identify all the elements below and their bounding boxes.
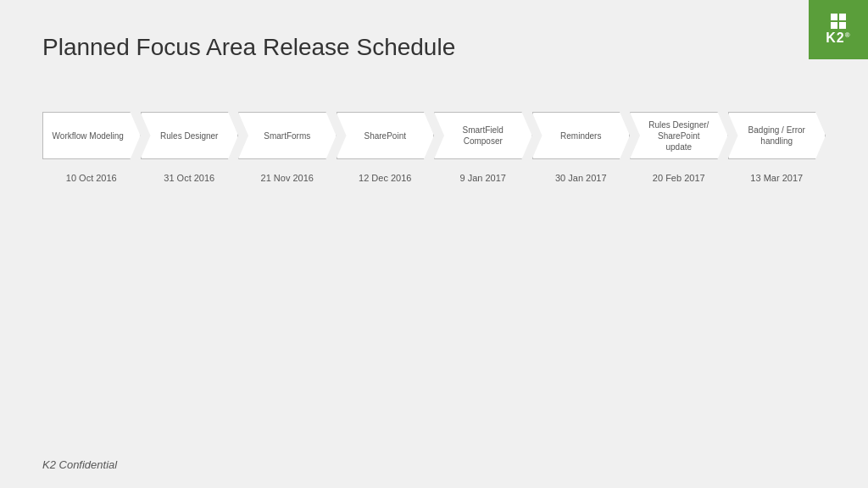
chevron-label: SmartForms	[238, 112, 337, 159]
arrows-row: Workflow ModelingRules DesignerSmartForm…	[42, 112, 826, 159]
chevron-label: Workflow Modeling	[42, 112, 141, 159]
slide: K2® Planned Focus Area Release Schedule …	[0, 0, 868, 488]
timeline-item: Rules Designer/ SharePoint update	[630, 112, 728, 159]
chevron-label: Reminders	[532, 112, 631, 159]
timeline-date: 10 Oct 2016	[42, 169, 141, 183]
logo-inner: K2®	[826, 14, 850, 46]
chevron-label: SmartField Composer	[434, 112, 532, 159]
chevron-label: SharePoint	[337, 112, 435, 159]
logo-text: K2®	[826, 30, 850, 46]
timeline-date: 30 Jan 2017	[532, 169, 631, 183]
timeline-item: Reminders	[532, 112, 631, 159]
timeline-date: 9 Jan 2017	[434, 169, 532, 183]
timeline-item: Rules Designer	[141, 112, 239, 159]
chevron-label: Badging / Error handling	[728, 112, 826, 159]
dates-row: 10 Oct 201631 Oct 201621 Nov 201612 Dec …	[42, 169, 826, 183]
confidential-label: K2 Confidential	[42, 458, 117, 471]
timeline-item: SharePoint	[337, 112, 435, 159]
timeline-date: 12 Dec 2016	[337, 169, 435, 183]
logo-box: K2®	[809, 0, 868, 59]
page-title: Planned Focus Area Release Schedule	[42, 34, 826, 61]
timeline-item: Badging / Error handling	[728, 112, 826, 159]
logo-grid-icon	[831, 14, 846, 29]
timeline-date: 20 Feb 2017	[630, 169, 728, 183]
timeline-item: SmartForms	[238, 112, 337, 159]
chevron-label: Rules Designer	[141, 112, 239, 159]
timeline-item: Workflow Modeling	[42, 112, 141, 159]
timeline-item: SmartField Composer	[434, 112, 532, 159]
timeline-date: 13 Mar 2017	[728, 169, 826, 183]
timeline: Workflow ModelingRules DesignerSmartForm…	[42, 112, 826, 183]
timeline-date: 21 Nov 2016	[238, 169, 337, 183]
timeline-date: 31 Oct 2016	[141, 169, 239, 183]
chevron-label: Rules Designer/ SharePoint update	[630, 112, 728, 159]
